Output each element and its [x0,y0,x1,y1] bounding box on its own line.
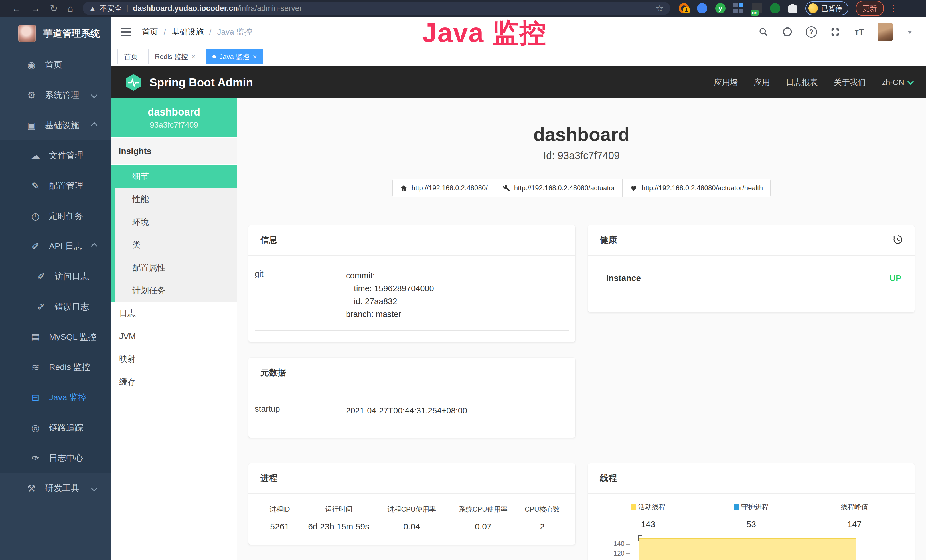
browser-home-icon[interactable]: ⌂ [68,4,73,13]
sidebar-item-api-log[interactable]: ✐ API 日志 [0,231,111,261]
extensions-puzzle-icon[interactable] [788,5,797,14]
sidebar-item-system[interactable]: ⚙ 系统管理 [0,80,111,110]
live-threads-value: 143 [597,519,700,529]
avatar-caret-icon[interactable] [907,30,912,34]
extension-icon-orange[interactable]: 1 [679,3,689,14]
system-cpu: 0.07 [449,522,517,531]
help-icon[interactable]: ? [806,26,817,38]
sba-item-config-props[interactable]: 配置属性 [115,256,237,279]
extensions-row: 1 y on [679,3,797,14]
health-instance-label: Instance [606,273,641,283]
avatar[interactable] [878,23,893,41]
browser-update-button[interactable]: 更新 [856,1,884,16]
sidebar-item-redis-monitor[interactable]: ≋ Redis 监控 [0,352,111,382]
service-url-button[interactable]: http://192.168.0.2:48080/ [392,179,495,197]
sba-root-group: 日志 JVM 映射 缓存 [111,302,237,394]
locale-selector[interactable]: zh-CN [882,78,913,87]
sba-item-mappings[interactable]: 映射 [111,348,237,371]
tab-home[interactable]: 首页 [118,49,144,65]
breadcrumb: 首页 / 基础设施 / Java 监控 [142,27,253,37]
font-size-icon[interactable]: тT [853,26,865,38]
sba-item-logs[interactable]: 日志 [111,302,237,325]
edit-square-icon: ✐ [34,271,48,282]
sidebar-item-home[interactable]: ◉ 首页 [0,50,111,80]
row-divider [255,330,569,331]
address-bar[interactable]: ▲ 不安全 | dashboard.yudao.iocoder.cn /infr… [83,2,670,15]
tab-java-monitor[interactable]: Java 监控 × [206,49,263,65]
extension-icon-pin[interactable] [697,3,707,14]
profile-paused-badge[interactable]: 已暂停 [805,2,849,15]
main-content: dashboard Id: 93a3fc7f7409 http://192.16… [237,98,926,560]
process-card: 进程 进程ID 运行时间 进程CPU使用率 系统CPU使用率 CPU核心数 52… [248,463,575,545]
sidebar-item-log-center[interactable]: ✑ 日志中心 [0,443,111,473]
close-icon[interactable]: × [253,53,257,60]
sba-item-metrics[interactable]: 性能 [115,188,237,211]
extension-icon-y[interactable]: y [715,3,726,14]
sba-logo-icon [124,73,142,92]
threads-legend: 活动线程 守护进程 线程峰值 143 53 147 [588,494,915,529]
instance-header[interactable]: dashboard 93a3fc7f7409 [111,98,237,137]
process-cpu: 0.04 [374,522,449,531]
hamburger-icon[interactable] [121,28,131,36]
sidebar-item-file-manage[interactable]: ☁ 文件管理 [0,140,111,171]
breadcrumb-home[interactable]: 首页 [142,27,158,37]
chevron-down-icon [91,485,98,492]
monitor-icon: ▣ [24,120,38,131]
sidebar-item-error-log[interactable]: ✐ 错误日志 [0,292,111,322]
sidebar-item-access-log[interactable]: ✐ 访问日志 [0,261,111,292]
extension-icon-on[interactable]: on [752,3,762,14]
history-icon[interactable] [892,235,903,246]
chevron-up-icon [91,122,98,129]
sba-item-jvm[interactable]: JVM [111,325,237,348]
metadata-row-label: startup [255,404,346,417]
layers-icon: ≋ [29,362,42,373]
process-uptime: 6d 23h 15m 59s [303,522,374,531]
sba-nav-wallboard[interactable]: 应用墙 [714,77,738,88]
sidebar-item-scheduled-job[interactable]: ◷ 定时任务 [0,201,111,231]
sba-item-caches[interactable]: 缓存 [111,371,237,394]
health-url-button[interactable]: http://192.168.0.2:48080/actuator/health [622,179,770,197]
chevron-down-icon [908,79,914,85]
sidebar-item-mysql-monitor[interactable]: ▤ MySQL 监控 [0,322,111,352]
sba-item-classes[interactable]: 类 [115,234,237,256]
browser-refresh-icon[interactable]: ↻ [50,4,58,13]
sba-item-environment[interactable]: 环境 [115,211,237,234]
close-icon[interactable]: × [191,53,195,60]
sidebar-item-infra[interactable]: ▣ 基础设施 [0,110,111,140]
sba-brand[interactable]: Spring Boot Admin [124,73,253,92]
info-row-label: git [255,269,346,321]
insights-section-label: Insights [111,137,237,165]
sba-nav-journal[interactable]: 日志报表 [786,77,818,88]
extension-icon-leaf[interactable] [770,3,780,14]
wrench-icon [503,184,510,192]
app-logo[interactable]: 芋道管理系统 [0,17,111,50]
paused-avatar-icon [808,3,818,13]
threads-chart: 140 120 100 [605,539,915,560]
breadcrumb-infra[interactable]: 基础设施 [172,27,204,37]
tab-redis-monitor[interactable]: Redis 监控 × [148,49,202,65]
instance-id: 93a3fc7f7409 [150,120,198,130]
edit-square-icon: ✐ [29,241,42,252]
sba-navbar: Spring Boot Admin 应用墙 应用 日志报表 关于我们 zh-CN [111,67,926,98]
url-path: /infra/admin-server [238,4,302,13]
extension-icon-grid[interactable] [734,3,744,14]
row-divider [594,293,909,293]
instance-links: http://192.168.0.2:48080/ http://192.168… [237,179,926,197]
browser-back-icon[interactable]: ← [12,4,21,13]
sidebar-item-tracing[interactable]: ◎ 链路追踪 [0,413,111,443]
browser-forward-icon[interactable]: → [31,4,40,13]
info-card-title: 信息 [260,234,277,246]
sba-nav-about[interactable]: 关于我们 [834,77,866,88]
actuator-url-button[interactable]: http://192.168.0.2:48080/actuator [495,179,623,197]
search-icon[interactable] [758,26,769,38]
fullscreen-icon[interactable] [830,26,841,38]
bookmark-star-icon[interactable]: ☆ [656,3,664,14]
browser-menu-icon[interactable]: ⋮ [889,3,899,14]
github-icon[interactable] [782,26,793,38]
sba-nav-applications[interactable]: 应用 [754,77,770,88]
sidebar-item-dev-tools[interactable]: ⚒ 研发工具 [0,473,111,503]
sidebar-item-java-monitor[interactable]: ⊟ Java 监控 [0,382,111,413]
sba-item-scheduled-tasks[interactable]: 计划任务 [115,279,237,302]
sidebar-item-config-manage[interactable]: ✎ 配置管理 [0,171,111,201]
sba-item-details[interactable]: 细节 [115,165,237,188]
